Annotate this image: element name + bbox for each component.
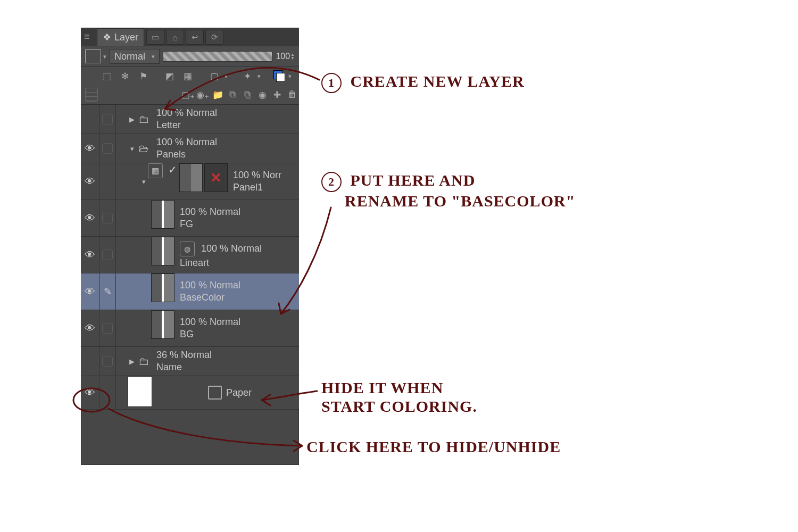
panel-menu-icon[interactable]: ≡ [84,31,95,43]
layer-thumbnail [179,163,203,192]
visibility-toggle[interactable]: 👁 [81,376,99,409]
opacity-slider[interactable] [163,51,272,62]
layer-tools-row-2: ▢₊ ◉₊ 📁 ⧉ ⧉̲ ◉ ✚ 🗑 [81,85,299,105]
new-layer-button[interactable]: ▢₊ [181,88,195,102]
merge-layer-button[interactable]: ⧉̲ [240,88,254,102]
lock-toggle[interactable]: ✎ [99,273,116,310]
blend-mode-select[interactable]: Normal ▾ [110,49,160,64]
layer-thumbnail [151,310,174,339]
layer-row-lineart[interactable]: 👁 ◍ 100 % Normal Lineart [81,237,299,273]
layer-row-basecolor[interactable]: 👁 ✎ 100 % Normal BaseColor [81,273,299,310]
expression-dd-icon[interactable]: ▾ [257,73,261,80]
mask-dd-icon[interactable]: ▾ [225,73,228,80]
visibility-toggle[interactable] [81,105,99,134]
delete-layer-button[interactable]: 🗑 [285,88,299,102]
folder-icon: 🗀 [136,347,151,376]
collapse-icon[interactable]: ▾ [139,178,148,186]
annotation-number-1: 1 [321,73,342,93]
layer-row-panel1[interactable]: 👁 ▾ ▦ ✓ ✕ 100 % Norr Panel1 [81,163,299,200]
layer-thumbnail [151,237,174,265]
annotation-3: HIDE IT WHEN START COLORING. [321,379,477,415]
tab-icons-group: ▭ ⌂ ↩ ⟳ [146,29,223,46]
tab-icon-4[interactable]: ⟳ [205,30,223,45]
lock-toggle[interactable] [99,237,116,273]
checkmark-icon: ✓ [168,163,177,200]
blend-mode-value: Normal [114,51,145,62]
paper-icon [208,386,222,400]
visibility-toggle[interactable]: 👁 [81,134,99,163]
tab-icon-3[interactable]: ↩ [186,30,204,45]
expression-icon[interactable]: ✦ [240,69,254,83]
frame-folder-icon: ▦ [148,163,163,178]
lock-toggle[interactable] [99,134,116,163]
lock-toggle[interactable] [99,376,116,409]
color-dropdown-icon[interactable]: ▾ [103,53,106,60]
tab-layer[interactable]: ❖ Layer [97,28,144,46]
layer-tools-row-1: ⬚ ✻ ⚑ ◩ ▦ ▢ ▾ ✦ ▾ ▾ [81,67,299,85]
expand-icon[interactable]: ▶ [128,115,136,123]
opacity-spinner-icon[interactable]: ▲▼ [290,53,295,60]
visibility-toggle[interactable]: 👁 [81,163,99,200]
layer-list: ▶ 🗀 100 % Normal Letter 👁 ▾ 🗁 100 % Norm… [81,105,299,410]
reference-icon[interactable]: ✻ [118,69,132,83]
panel-tab-row: ≡ ❖ Layer ▭ ⌂ ↩ ⟳ [81,28,299,46]
layer-row-letter[interactable]: ▶ 🗀 100 % Normal Letter [81,105,299,134]
layer-panel: ≡ ❖ Layer ▭ ⌂ ↩ ⟳ ▾ Normal ▾ 100 ▲▼ ⬚ ✻ … [81,28,299,465]
annotation-1: 1 CREATE NEW LAYER [321,72,525,93]
layer-color-swatch[interactable] [85,49,101,63]
visibility-toggle[interactable]: 👁 [81,273,99,310]
mask-disabled-icon: ✕ [205,164,227,192]
collapse-icon[interactable]: ▾ [128,145,136,153]
mask-toggle-icon[interactable]: ▢ [207,69,221,83]
lock-toggle[interactable] [99,200,116,236]
layer-thumbnail [151,273,174,302]
tab-layer-label: Layer [114,32,138,43]
annotation-number-2: 2 [321,172,342,192]
new-fill-layer-button[interactable]: ◉₊ [196,88,210,102]
visibility-toggle[interactable]: 👁 [81,310,99,346]
annotation-2: 2 PUT HERE AND RENAME TO "BASECOLOR" [321,171,575,210]
ruler-icon[interactable]: ⚑ [136,69,150,83]
select-similar-icon[interactable]: ⬚ [100,69,114,83]
layer-thumbnail [151,200,174,229]
visibility-toggle[interactable]: 👁 [81,200,99,236]
apply-mask-button[interactable]: ✚ [270,88,284,102]
lock-toggle[interactable] [99,105,116,134]
new-folder-button[interactable]: 📁 [211,88,225,102]
tab-icon-1[interactable]: ▭ [146,30,164,45]
annotation-4: CLICK HERE TO HIDE/UNHIDE [306,438,561,456]
opacity-value[interactable]: 100 ▲▼ [276,52,295,61]
layer-mask-button[interactable]: ◉ [255,88,269,102]
folder-open-icon: 🗁 [136,134,151,163]
layer-mask-thumbnail: ✕ [204,163,228,192]
layer-row-name-folder[interactable]: ▶ 🗀 36 % Normal Name [81,347,299,376]
lock-toggle[interactable] [99,347,116,376]
transfer-layer-button[interactable]: ⧉ [226,88,239,102]
layer-row-paper[interactable]: 👁 Paper [81,376,299,410]
panel-view-icon[interactable] [85,88,98,102]
blend-dropdown-icon: ▾ [152,53,155,60]
lock-icon[interactable]: ▦ [181,69,195,83]
layer-row-bg[interactable]: 👁 100 % Normal BG [81,310,299,347]
lock-toggle[interactable] [99,163,116,200]
vector-layer-icon: ◍ [180,242,195,256]
lock-toggle[interactable] [99,310,116,346]
visibility-toggle[interactable] [81,347,99,376]
swatch-dd-icon[interactable]: ▾ [288,73,292,80]
lock-transparent-icon[interactable]: ◩ [163,69,177,83]
tab-icon-2[interactable]: ⌂ [166,30,184,45]
layer-row-panels[interactable]: 👁 ▾ 🗁 100 % Normal Panels [81,134,299,163]
pencil-icon: ✎ [104,286,112,297]
layers-icon: ❖ [103,31,111,43]
fg-bg-swatch[interactable] [273,70,285,82]
layer-row-fg[interactable]: 👁 100 % Normal FG [81,200,299,237]
blend-row: ▾ Normal ▾ 100 ▲▼ [81,46,299,67]
folder-icon: 🗀 [136,105,151,134]
visibility-toggle[interactable]: 👁 [81,237,99,273]
expand-icon[interactable]: ▶ [128,358,136,365]
layer-thumbnail [128,376,152,407]
